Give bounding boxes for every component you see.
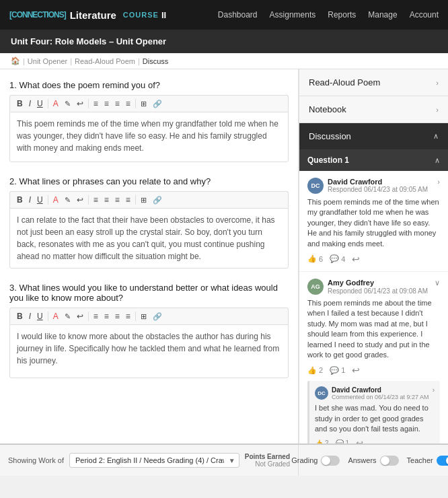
notebook-label: Notebook: [309, 104, 346, 114]
home-icon[interactable]: 🏠: [11, 57, 20, 65]
undo-btn-1[interactable]: ↩: [74, 98, 86, 110]
align-left-1[interactable]: ≡: [91, 98, 101, 110]
italic-btn-1[interactable]: I: [26, 98, 34, 110]
question-1-header[interactable]: Question 1 ∧: [299, 149, 448, 171]
comment-btn-1[interactable]: 💬 4: [330, 254, 345, 263]
align-right-3[interactable]: ≡: [112, 310, 122, 322]
italic-btn-2[interactable]: I: [26, 194, 34, 206]
table-btn-3[interactable]: ⊞: [138, 311, 149, 322]
right-panel: Read-Aloud Poem › Notebook › Discussion …: [299, 69, 448, 443]
expand-comment-2[interactable]: ∨: [435, 279, 440, 287]
bold-btn-3[interactable]: B: [14, 310, 26, 322]
answers-toggle[interactable]: [380, 456, 399, 466]
align-justify-3[interactable]: ≡: [123, 310, 133, 322]
comment-2-meta: Amy Godfrey ∨ Responded 06/14/23 at 09:0…: [328, 279, 440, 295]
question-1-label: Question 1: [307, 155, 349, 165]
comment-1-text: This poem reminds me of the time when my…: [307, 197, 440, 249]
commenter-1-name: David Crawford: [328, 178, 382, 186]
nav-dashboard[interactable]: Dashboard: [218, 10, 258, 20]
link-btn-1[interactable]: 🔗: [150, 98, 165, 110]
align-justify-2[interactable]: ≡: [123, 194, 133, 206]
comment-btn-sub[interactable]: 💬 1: [336, 439, 350, 443]
breadcrumb-sep3: |: [138, 57, 140, 65]
undo-btn-2[interactable]: ↩: [74, 194, 86, 206]
student-select[interactable]: Period 2: English II / Needs Grading (4)…: [69, 453, 239, 468]
sub-comment-header: DC David Crawford › Commented on 06/14/2…: [315, 386, 435, 400]
answer-input-3[interactable]: I would like to know more about the obst…: [9, 324, 289, 378]
highlight-btn-1[interactable]: ✎: [62, 98, 73, 110]
footer-right: Grading Answers Teacher: [299, 445, 448, 476]
expand-comment-1[interactable]: ›: [437, 178, 440, 186]
sidebar-discussion-header[interactable]: Discussion ∧: [299, 123, 448, 149]
link-btn-2[interactable]: 🔗: [150, 194, 165, 206]
sidebar-read-aloud-header[interactable]: Read-Aloud Poem ›: [299, 69, 448, 96]
highlight-btn-2[interactable]: ✎: [62, 194, 73, 206]
color-btn-2[interactable]: A: [50, 194, 61, 206]
editor-toolbar-1: B I U A ✎ ↩ ≡ ≡ ≡ ≡ ⊞ 🔗: [9, 95, 289, 112]
color-btn-3[interactable]: A: [50, 310, 61, 322]
comment-icon-sub: 💬: [336, 439, 344, 443]
align-right-1[interactable]: ≡: [112, 98, 122, 110]
like-btn-2[interactable]: 👍 2: [307, 366, 323, 375]
sidebar-notebook-header[interactable]: Notebook ›: [299, 96, 448, 122]
bold-btn-2[interactable]: B: [14, 194, 26, 206]
breadcrumb-unit-opener[interactable]: Unit Opener: [28, 57, 67, 65]
read-aloud-label: Read-Aloud Poem: [309, 77, 380, 87]
logo-subject: Literature: [70, 9, 116, 21]
points-area: Points Earned Not Graded: [245, 453, 290, 468]
align-center-1[interactable]: ≡: [102, 98, 112, 110]
points-value: Not Graded: [245, 460, 290, 468]
answers-toggle-group: Answers: [348, 456, 398, 466]
like-btn-sub[interactable]: 👍 2: [315, 439, 329, 443]
question-block-1: 1. What does the poem remind you of? B I…: [9, 80, 289, 164]
commenter-1-date: Responded 06/14/23 at 09:05 AM: [328, 186, 440, 193]
nav-assignments[interactable]: Assignments: [270, 10, 316, 20]
comment-btn-2[interactable]: 💬 1: [330, 366, 345, 375]
question-block-3: 3. What lines would you like to understa…: [9, 283, 289, 380]
undo-btn-3[interactable]: ↩: [74, 310, 86, 322]
align-left-3[interactable]: ≡: [91, 310, 101, 322]
comment-2-header: AG Amy Godfrey ∨ Responded 06/14/23 at 0…: [307, 279, 440, 295]
answer-input-1[interactable]: This poem reminds me of the time when my…: [9, 112, 289, 162]
teacher-toggle[interactable]: [437, 456, 448, 466]
align-center-3[interactable]: ≡: [102, 310, 112, 322]
table-btn-2[interactable]: ⊞: [138, 194, 149, 206]
bold-btn-1[interactable]: B: [14, 98, 26, 110]
course-num: II: [161, 10, 166, 20]
italic-btn-3[interactable]: I: [26, 310, 34, 322]
align-justify-1[interactable]: ≡: [123, 98, 133, 110]
top-nav: [CONNECTIONS] Literature COURSE II Dashb…: [0, 0, 448, 30]
grading-toggle[interactable]: [321, 456, 340, 466]
editor-toolbar-3: B I U A ✎ ↩ ≡ ≡ ≡ ≡ ⊞ 🔗: [9, 308, 289, 324]
table-btn-1[interactable]: ⊞: [138, 98, 149, 110]
align-right-2[interactable]: ≡: [112, 194, 122, 206]
underline-btn-3[interactable]: U: [34, 310, 46, 322]
avatar-dc-1: DC: [307, 178, 324, 194]
answers-toggle-label: Answers: [348, 456, 376, 464]
nav-manage[interactable]: Manage: [368, 10, 397, 20]
like-btn-1[interactable]: 👍 6: [307, 254, 323, 263]
comment-count-1: 4: [341, 255, 345, 263]
discussion-label: Discussion: [309, 131, 351, 141]
color-btn-1[interactable]: A: [50, 98, 61, 110]
reply-btn-sub[interactable]: ↩: [356, 438, 363, 443]
logo-area: [CONNECTIONS] Literature COURSE II: [9, 9, 166, 21]
underline-btn-2[interactable]: U: [34, 194, 46, 206]
answer-input-2[interactable]: I can relate to the fact that their have…: [9, 208, 289, 269]
sub-comment-meta: David Crawford › Commented on 06/14/23 a…: [332, 386, 435, 400]
breadcrumb-read-aloud[interactable]: Read-Aloud Poem: [75, 57, 135, 65]
reply-btn-1[interactable]: ↩: [352, 254, 360, 264]
align-center-2[interactable]: ≡: [102, 194, 112, 206]
nav-account[interactable]: Account: [410, 10, 439, 20]
align-left-2[interactable]: ≡: [91, 194, 101, 206]
nav-reports[interactable]: Reports: [328, 10, 356, 20]
underline-btn-1[interactable]: U: [34, 98, 46, 110]
highlight-btn-3[interactable]: ✎: [62, 311, 73, 322]
link-btn-3[interactable]: 🔗: [150, 311, 165, 322]
unit-header: Unit Four: Role Models – Unit Opener: [0, 30, 448, 53]
breadcrumb-sep: |: [23, 57, 25, 65]
expand-sub-comment[interactable]: ›: [433, 386, 435, 394]
comment-count-2: 1: [341, 366, 345, 374]
commenter-2-name: Amy Godfrey: [328, 279, 374, 287]
reply-btn-2[interactable]: ↩: [352, 365, 360, 376]
